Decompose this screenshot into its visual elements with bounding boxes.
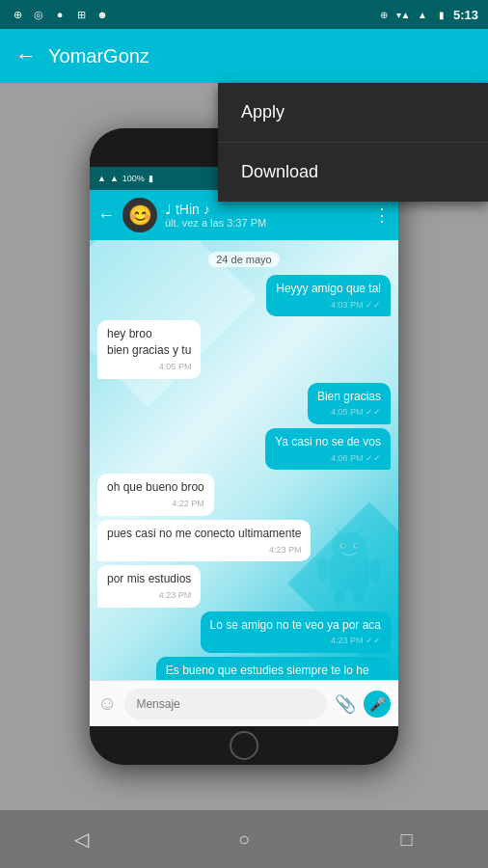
message-6: pues casi no me conecto ultimamente 4:23… (97, 520, 311, 561)
phone-more-button[interactable]: ⋮ (373, 204, 391, 226)
grid-icon: ⊞ (73, 7, 89, 22)
msg-5-time: 4:22 PM (107, 498, 204, 510)
nav-back-button[interactable]: ◁ (57, 820, 105, 858)
message-9: Es bueno que estudies siempre te lo he d… (156, 657, 391, 680)
msg-4-time: 4:06 PM ✓✓ (275, 452, 381, 465)
date-divider: 24 de mayo (208, 252, 279, 267)
message-4: Ya casi no se de vos 4:06 PM ✓✓ (265, 428, 391, 470)
status-bar-left-icons: ⊕ ◎ ● ⊞ ☻ (10, 7, 110, 22)
alarm-icon: ⊕ (10, 7, 25, 22)
status-bar: ⊕ ◎ ● ⊞ ☻ ⊕ ▾▲ ▲ ▮ 5:13 (0, 0, 488, 29)
avatar-emoji: 😊 (128, 203, 152, 227)
nav-home-button[interactable]: ○ (220, 820, 268, 858)
phone-mockup: ▲ ▲ 100% ▮ 03:39 PM ← 😊 ♩ tHin ♪ (90, 128, 398, 765)
message-2: hey broo bien gracias y tu 4:05 PM (97, 320, 201, 378)
msg-1-time: 4:03 PM ✓✓ (276, 299, 381, 312)
msg-3-time: 4:05 PM ✓✓ (317, 406, 381, 419)
chat-messages: 24 de mayo Heyyy amigo que tal 4:03 PM ✓… (90, 240, 398, 680)
phone-back-button[interactable]: ← (97, 205, 115, 226)
status-bar-right-icons: ⊕ ▾▲ ▲ ▮ 5:13 (376, 7, 478, 22)
phone-battery-icon: ▮ (149, 174, 153, 183)
phone-battery-label: 100% (122, 174, 145, 183)
msg-9-text: Es bueno que estudies siempre te lo he d… (166, 663, 381, 680)
phone-signal-icon: ▲ (110, 174, 119, 183)
msg-8-text: Lo se amigo no te veo ya por aca (210, 617, 381, 634)
emoji-button[interactable]: ☺ (97, 692, 117, 715)
message-1: Heyyy amigo que tal 4:03 PM ✓✓ (266, 275, 391, 316)
msg-6-time: 4:23 PM (107, 544, 301, 556)
message-7: por mis estudios 4:23 PM (97, 565, 201, 607)
message-3: Bien gracias 4:05 PM ✓✓ (308, 383, 391, 424)
signal-icon: ▲ (415, 7, 430, 22)
phone-contact-info: ♩ tHin ♪ últ. vez a las 3:37 PM (165, 202, 366, 229)
alarm-right-icon: ⊕ (376, 7, 392, 22)
message-5: oh que bueno broo 4:22 PM (97, 474, 214, 515)
phone-contact-status: últ. vez a las 3:37 PM (165, 217, 366, 229)
phone-status-left: ▲ ▲ 100% ▮ (97, 174, 153, 183)
mic-button[interactable]: 🎤 (364, 691, 391, 718)
phone-home-button[interactable] (230, 731, 258, 760)
spotify-icon: ● (52, 7, 68, 22)
phone-contact-name: ♩ tHin ♪ (165, 202, 366, 217)
back-button[interactable]: ← (15, 43, 37, 68)
phone-chat-bg: 24 de mayo Heyyy amigo que tal 4:03 PM ✓… (90, 240, 398, 680)
android-icon: ☻ (95, 7, 110, 22)
download-menu-item[interactable]: Download (218, 143, 488, 202)
status-time: 5:13 (453, 8, 478, 22)
phone-avatar: 😊 (122, 198, 157, 232)
msg-2-time: 4:05 PM (107, 361, 191, 373)
msg-1-text: Heyyy amigo que tal (276, 281, 381, 297)
mic-icon: 🎤 (369, 696, 386, 712)
phone-bottom-bar (90, 726, 398, 765)
wifi-icon: ▾▲ (395, 7, 411, 22)
battery-icon: ▮ (434, 7, 449, 22)
apply-menu-item[interactable]: Apply (218, 83, 488, 143)
nav-recent-button[interactable]: □ (383, 820, 431, 858)
dropdown-menu: Apply Download (218, 83, 488, 202)
msg-7-time: 4:23 PM (107, 589, 191, 602)
message-8: Lo se amigo no te veo ya por aca 4:23 PM… (201, 611, 391, 653)
phone-wifi-icon: ▲ (97, 174, 106, 183)
msg-7-text: por mis estudios (107, 571, 191, 587)
attach-button[interactable]: 📎 (335, 693, 356, 715)
msg-5-text: oh que bueno broo (107, 479, 204, 496)
msg-2-text: hey broo bien gracias y tu (107, 326, 191, 359)
circle-icon: ◎ (31, 7, 46, 22)
msg-3-text: Bien gracias (317, 389, 381, 405)
phone-screen: ▲ ▲ 100% ▮ 03:39 PM ← 😊 ♩ tHin ♪ (90, 167, 398, 726)
msg-6-text: pues casi no me conecto ultimamente (107, 526, 301, 542)
msg-8-time: 4:23 PM ✓✓ (210, 635, 381, 647)
app-bar-title: YomarGonz (48, 45, 473, 68)
message-input[interactable] (124, 689, 327, 719)
app-bar: ← YomarGonz (0, 29, 488, 83)
phone-input-bar: ☺ 📎 🎤 (90, 680, 398, 726)
bottom-nav: ◁ ○ □ (0, 810, 488, 868)
msg-4-text: Ya casi no se de vos (275, 434, 381, 450)
